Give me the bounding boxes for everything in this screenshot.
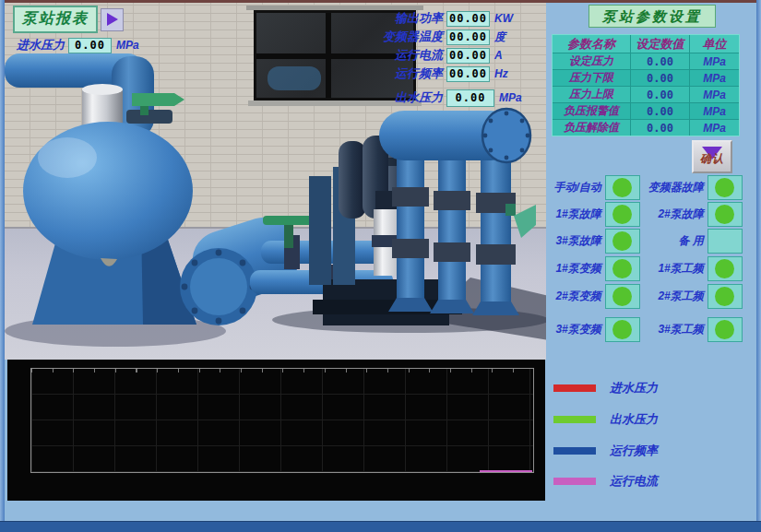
report-arrow-button[interactable] [101, 8, 124, 31]
indicator-label: 2#泵工频 [643, 289, 704, 304]
readout-label: 运行频率 [349, 65, 443, 82]
readout-label: 输出功率 [349, 10, 443, 27]
inlet-pressure-unit: MPa [116, 39, 139, 52]
legend-swatch-outlet-pressure [553, 416, 596, 423]
settings-panel-title: 泵站参数设置 [589, 5, 716, 28]
param-name: 压力下限 [553, 70, 630, 86]
output-power-readout: 输出功率 00.00 KW [349, 9, 513, 28]
param-unit: MPa [690, 87, 739, 102]
inlet-pressure-readout: 进水压力 0.00 MPa [11, 36, 139, 54]
green-valve-right [514, 205, 536, 238]
green-lamp-icon [715, 287, 734, 306]
green-lamp-icon [612, 259, 632, 278]
indicator-label: 2#泵故障 [643, 207, 704, 222]
riser-pipe-3 [481, 154, 511, 309]
lamp-pump1-mains [707, 256, 743, 281]
riser-pipe-1 [397, 148, 424, 309]
lamp-pump3-fault [605, 229, 640, 254]
indicator-row: 3#泵故障 备 用 [544, 229, 743, 254]
report-button[interactable]: 泵站报表 [13, 6, 98, 33]
param-unit: MPa [690, 103, 739, 119]
readout-label: 运行电流 [349, 47, 443, 64]
param-value[interactable]: 0.00 [631, 70, 689, 86]
lamp-pump1-vfd [605, 256, 640, 281]
param-name: 压力上限 [553, 87, 630, 102]
green-valve-mid [263, 216, 316, 225]
green-lamp-icon [715, 259, 734, 278]
indicator-label: 3#泵故障 [544, 233, 601, 249]
indicator-label: 手动/自动 [544, 180, 601, 195]
readout-value: 00.00 [446, 11, 490, 27]
legend-item: 运行频率 [553, 443, 658, 458]
indicator-label: 3#泵变频 [544, 322, 601, 337]
confirm-button[interactable]: 确认 [692, 140, 732, 173]
indicator-label: 1#泵工频 [643, 261, 704, 277]
top-frame-edge [0, 0, 761, 3]
param-name: 负压报警值 [553, 103, 630, 119]
legend-label: 运行频率 [610, 443, 658, 459]
legend-label: 运行电流 [610, 473, 658, 490]
legend-swatch-run-frequency [553, 447, 596, 455]
indicator-label: 3#泵工频 [643, 322, 704, 337]
valve-pipe [126, 110, 172, 124]
inverter-temp-readout: 变频器温度 00.00 度 [349, 28, 505, 46]
settings-table: 参数名称 设定数值 单位 设定压力 0.00 MPa 压力下限 0.00 MPa… [552, 34, 740, 136]
indicator-row: 2#泵变频 2#泵工频 [544, 284, 743, 309]
param-unit: MPa [690, 53, 739, 69]
readout-value: 00.00 [446, 30, 490, 45]
green-lamp-icon [715, 320, 734, 339]
lamp-spare [707, 229, 743, 254]
col-header-unit: 单位 [690, 35, 739, 53]
green-lamp-icon [715, 178, 734, 197]
readout-unit: 度 [494, 30, 505, 45]
axis-ticks [31, 369, 533, 372]
lamp-pump3-vfd [605, 317, 640, 342]
readout-unit: MPa [499, 91, 522, 104]
param-name: 负压解除值 [553, 120, 630, 136]
green-lamp-icon [715, 205, 734, 224]
param-value[interactable]: 0.00 [631, 103, 689, 119]
hmi-screen: 泵站报表 进水压力 0.00 MPa 输出功率 00.00 KW 变频器温度 0… [0, 0, 761, 532]
param-unit: MPa [690, 120, 739, 136]
indicator-row: 手动/自动 变频器故障 [544, 175, 743, 200]
legend-swatch-run-current [553, 478, 596, 485]
legend-item: 进水压力 [553, 381, 658, 396]
inlet-pressure-value: 0.00 [68, 38, 112, 53]
run-frequency-readout: 运行频率 00.00 Hz [349, 65, 508, 83]
lamp-pump3-mains [707, 317, 743, 342]
legend-swatch-inlet-pressure [553, 384, 596, 392]
confirm-label: 确认 [700, 151, 724, 167]
right-frame-edge [756, 0, 761, 532]
legend-label: 出水压力 [610, 411, 658, 428]
param-name: 设定压力 [553, 53, 630, 69]
green-lamp-icon [612, 231, 632, 251]
readout-label: 出水压力 [349, 89, 443, 106]
indicator-label: 2#泵变频 [544, 289, 601, 304]
play-arrow-icon [107, 13, 118, 26]
param-value[interactable]: 0.00 [631, 87, 689, 102]
lamp-pump2-fault [707, 202, 743, 227]
indicator-label: 1#泵变频 [544, 261, 601, 277]
indicator-label: 1#泵故障 [544, 207, 601, 222]
lamp-pump1-fault [605, 202, 640, 227]
run-current-readout: 运行电流 00.00 A [349, 46, 503, 65]
legend-label: 进水压力 [610, 380, 658, 396]
param-value[interactable]: 0.00 [631, 53, 689, 69]
riser-pipe-2 [438, 152, 466, 309]
green-lamp-icon [612, 287, 632, 306]
lamp-manual-auto [605, 175, 640, 200]
col-header-value: 设定数值 [631, 35, 689, 53]
lamp-pump2-vfd [605, 284, 640, 309]
outlet-pressure-readout: 出水压力 0.00 MPa [349, 89, 522, 107]
indicator-row: 1#泵故障 2#泵故障 [544, 202, 743, 227]
inlet-pressure-label: 进水压力 [11, 37, 65, 53]
indicator-row: 1#泵变频 1#泵工频 [544, 256, 743, 281]
readout-unit: A [494, 49, 503, 62]
param-value[interactable]: 0.00 [631, 120, 689, 136]
pump-motor-1 [339, 141, 366, 219]
manifold-end-cap [482, 109, 530, 162]
green-valve-top [132, 93, 184, 106]
legend-item: 出水压力 [553, 412, 658, 427]
readout-label: 变频器温度 [349, 29, 443, 45]
green-lamp-icon [612, 205, 632, 224]
